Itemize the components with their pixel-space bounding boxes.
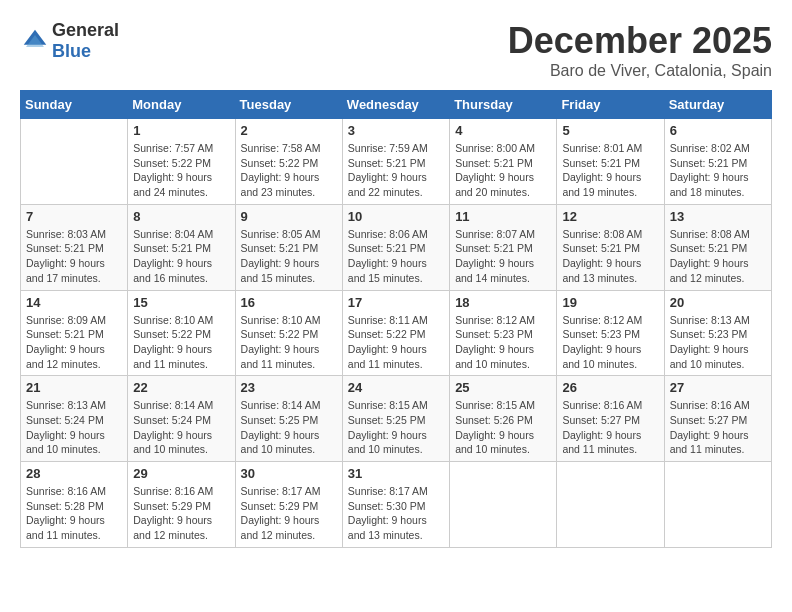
calendar-cell: 20Sunrise: 8:13 AM Sunset: 5:23 PM Dayli… [664,290,771,376]
day-number: 25 [455,380,551,395]
day-number: 15 [133,295,229,310]
day-info: Sunrise: 8:10 AM Sunset: 5:22 PM Dayligh… [133,313,229,372]
title-section: December 2025 Baro de Viver, Catalonia, … [508,20,772,80]
day-number: 5 [562,123,658,138]
calendar-cell: 23Sunrise: 8:14 AM Sunset: 5:25 PM Dayli… [235,376,342,462]
day-info: Sunrise: 8:12 AM Sunset: 5:23 PM Dayligh… [562,313,658,372]
calendar-cell: 16Sunrise: 8:10 AM Sunset: 5:22 PM Dayli… [235,290,342,376]
calendar-cell: 8Sunrise: 8:04 AM Sunset: 5:21 PM Daylig… [128,204,235,290]
day-number: 3 [348,123,444,138]
day-info: Sunrise: 8:13 AM Sunset: 5:24 PM Dayligh… [26,398,122,457]
day-number: 12 [562,209,658,224]
day-info: Sunrise: 8:13 AM Sunset: 5:23 PM Dayligh… [670,313,766,372]
logo-general-text: General [52,20,119,40]
day-info: Sunrise: 8:08 AM Sunset: 5:21 PM Dayligh… [562,227,658,286]
day-number: 19 [562,295,658,310]
day-number: 24 [348,380,444,395]
day-header-saturday: Saturday [664,91,771,119]
day-number: 22 [133,380,229,395]
day-number: 7 [26,209,122,224]
day-number: 10 [348,209,444,224]
calendar-cell [450,462,557,548]
day-info: Sunrise: 8:15 AM Sunset: 5:25 PM Dayligh… [348,398,444,457]
day-number: 2 [241,123,337,138]
calendar-cell: 14Sunrise: 8:09 AM Sunset: 5:21 PM Dayli… [21,290,128,376]
calendar-cell: 30Sunrise: 8:17 AM Sunset: 5:29 PM Dayli… [235,462,342,548]
calendar-cell: 9Sunrise: 8:05 AM Sunset: 5:21 PM Daylig… [235,204,342,290]
calendar-cell [21,119,128,205]
day-info: Sunrise: 8:14 AM Sunset: 5:24 PM Dayligh… [133,398,229,457]
day-info: Sunrise: 8:17 AM Sunset: 5:30 PM Dayligh… [348,484,444,543]
day-info: Sunrise: 7:59 AM Sunset: 5:21 PM Dayligh… [348,141,444,200]
day-info: Sunrise: 7:58 AM Sunset: 5:22 PM Dayligh… [241,141,337,200]
day-header-sunday: Sunday [21,91,128,119]
calendar-cell: 19Sunrise: 8:12 AM Sunset: 5:23 PM Dayli… [557,290,664,376]
day-number: 26 [562,380,658,395]
day-info: Sunrise: 8:16 AM Sunset: 5:29 PM Dayligh… [133,484,229,543]
calendar-cell: 24Sunrise: 8:15 AM Sunset: 5:25 PM Dayli… [342,376,449,462]
day-number: 1 [133,123,229,138]
day-info: Sunrise: 7:57 AM Sunset: 5:22 PM Dayligh… [133,141,229,200]
calendar-cell: 4Sunrise: 8:00 AM Sunset: 5:21 PM Daylig… [450,119,557,205]
day-info: Sunrise: 8:03 AM Sunset: 5:21 PM Dayligh… [26,227,122,286]
calendar-cell: 26Sunrise: 8:16 AM Sunset: 5:27 PM Dayli… [557,376,664,462]
day-number: 20 [670,295,766,310]
day-number: 4 [455,123,551,138]
day-number: 6 [670,123,766,138]
location-title: Baro de Viver, Catalonia, Spain [508,62,772,80]
calendar-week-row: 28Sunrise: 8:16 AM Sunset: 5:28 PM Dayli… [21,462,772,548]
day-header-thursday: Thursday [450,91,557,119]
calendar-header-row: SundayMondayTuesdayWednesdayThursdayFrid… [21,91,772,119]
calendar-cell: 17Sunrise: 8:11 AM Sunset: 5:22 PM Dayli… [342,290,449,376]
calendar-cell: 10Sunrise: 8:06 AM Sunset: 5:21 PM Dayli… [342,204,449,290]
calendar-cell: 15Sunrise: 8:10 AM Sunset: 5:22 PM Dayli… [128,290,235,376]
calendar-cell: 28Sunrise: 8:16 AM Sunset: 5:28 PM Dayli… [21,462,128,548]
calendar-cell: 21Sunrise: 8:13 AM Sunset: 5:24 PM Dayli… [21,376,128,462]
calendar-table: SundayMondayTuesdayWednesdayThursdayFrid… [20,90,772,548]
day-number: 31 [348,466,444,481]
calendar-week-row: 1Sunrise: 7:57 AM Sunset: 5:22 PM Daylig… [21,119,772,205]
day-info: Sunrise: 8:10 AM Sunset: 5:22 PM Dayligh… [241,313,337,372]
day-info: Sunrise: 8:06 AM Sunset: 5:21 PM Dayligh… [348,227,444,286]
day-number: 17 [348,295,444,310]
calendar-cell: 27Sunrise: 8:16 AM Sunset: 5:27 PM Dayli… [664,376,771,462]
day-info: Sunrise: 8:16 AM Sunset: 5:28 PM Dayligh… [26,484,122,543]
day-number: 21 [26,380,122,395]
calendar-cell: 6Sunrise: 8:02 AM Sunset: 5:21 PM Daylig… [664,119,771,205]
page-header: General Blue December 2025 Baro de Viver… [20,20,772,80]
day-info: Sunrise: 8:04 AM Sunset: 5:21 PM Dayligh… [133,227,229,286]
day-number: 28 [26,466,122,481]
calendar-cell: 18Sunrise: 8:12 AM Sunset: 5:23 PM Dayli… [450,290,557,376]
day-info: Sunrise: 8:02 AM Sunset: 5:21 PM Dayligh… [670,141,766,200]
day-header-friday: Friday [557,91,664,119]
calendar-week-row: 7Sunrise: 8:03 AM Sunset: 5:21 PM Daylig… [21,204,772,290]
calendar-week-row: 14Sunrise: 8:09 AM Sunset: 5:21 PM Dayli… [21,290,772,376]
day-number: 18 [455,295,551,310]
calendar-cell: 7Sunrise: 8:03 AM Sunset: 5:21 PM Daylig… [21,204,128,290]
day-number: 29 [133,466,229,481]
logo-blue-text: Blue [52,41,91,61]
day-info: Sunrise: 8:12 AM Sunset: 5:23 PM Dayligh… [455,313,551,372]
calendar-cell: 29Sunrise: 8:16 AM Sunset: 5:29 PM Dayli… [128,462,235,548]
calendar-cell: 13Sunrise: 8:08 AM Sunset: 5:21 PM Dayli… [664,204,771,290]
day-info: Sunrise: 8:00 AM Sunset: 5:21 PM Dayligh… [455,141,551,200]
calendar-cell [557,462,664,548]
day-number: 16 [241,295,337,310]
calendar-cell: 25Sunrise: 8:15 AM Sunset: 5:26 PM Dayli… [450,376,557,462]
calendar-cell: 11Sunrise: 8:07 AM Sunset: 5:21 PM Dayli… [450,204,557,290]
month-title: December 2025 [508,20,772,62]
day-header-monday: Monday [128,91,235,119]
day-number: 14 [26,295,122,310]
day-number: 8 [133,209,229,224]
day-info: Sunrise: 8:14 AM Sunset: 5:25 PM Dayligh… [241,398,337,457]
calendar-cell: 1Sunrise: 7:57 AM Sunset: 5:22 PM Daylig… [128,119,235,205]
day-number: 30 [241,466,337,481]
day-number: 23 [241,380,337,395]
day-number: 27 [670,380,766,395]
day-info: Sunrise: 8:15 AM Sunset: 5:26 PM Dayligh… [455,398,551,457]
day-number: 11 [455,209,551,224]
calendar-cell: 2Sunrise: 7:58 AM Sunset: 5:22 PM Daylig… [235,119,342,205]
day-info: Sunrise: 8:16 AM Sunset: 5:27 PM Dayligh… [562,398,658,457]
day-header-wednesday: Wednesday [342,91,449,119]
day-header-tuesday: Tuesday [235,91,342,119]
